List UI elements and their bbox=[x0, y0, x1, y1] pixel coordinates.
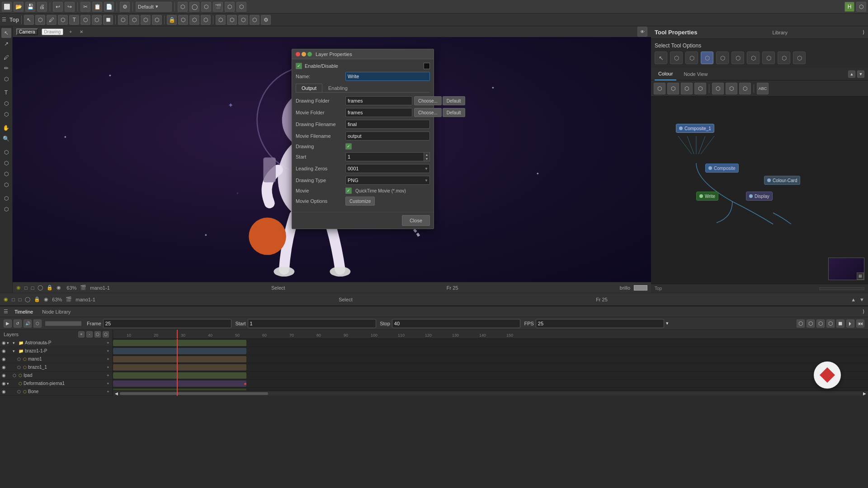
copy-btn[interactable]: 📋 bbox=[92, 2, 102, 12]
tl-play-fwd[interactable]: ⏵ bbox=[846, 319, 854, 328]
tool-option-1[interactable]: ↖ bbox=[655, 52, 667, 64]
brush2-tool-btn[interactable]: 🖊 bbox=[1, 52, 11, 62]
fps-arrow-icon[interactable]: ▾ bbox=[666, 320, 669, 326]
floating-record-button[interactable] bbox=[814, 361, 841, 389]
arrow-tool-btn[interactable]: ↖ bbox=[1, 28, 11, 38]
colour-card-node[interactable]: Colour-Card bbox=[764, 176, 800, 185]
sound-btn[interactable]: 🔊 bbox=[24, 319, 32, 328]
drawing-folder-choose-btn[interactable]: Choose... bbox=[414, 96, 442, 105]
pencil-tool-btn[interactable]: ✏ bbox=[1, 63, 11, 73]
settings2-btn[interactable]: ⚙ bbox=[261, 15, 271, 25]
node-btn-6[interactable]: ⬡ bbox=[726, 83, 737, 94]
composite-1-node[interactable]: Composite_1 bbox=[676, 124, 714, 133]
onion2-btn[interactable]: ⬡ bbox=[33, 319, 42, 328]
timeline-expand-icon[interactable]: ⟩ bbox=[863, 309, 864, 314]
quality-dropdown[interactable]: Default ▾ bbox=[136, 2, 172, 12]
color-btn[interactable]: ⬡ bbox=[238, 15, 248, 25]
magnet-btn[interactable]: ⬡ bbox=[178, 15, 188, 25]
tool-option-4[interactable]: ⬡ bbox=[701, 52, 713, 64]
node-btn-4[interactable]: ⬡ bbox=[694, 83, 706, 94]
tool-option-2[interactable]: ⬡ bbox=[670, 52, 683, 64]
text-tool[interactable]: T bbox=[69, 15, 79, 25]
drawing-folder-input[interactable] bbox=[345, 96, 412, 105]
add-view-btn[interactable]: + bbox=[67, 28, 74, 35]
node-btn-1[interactable]: ⬡ bbox=[654, 83, 665, 94]
onion-btn[interactable]: ⬡ bbox=[216, 15, 226, 25]
tool-option-5[interactable]: ⬡ bbox=[716, 52, 729, 64]
hamburger-icon[interactable]: ☰ bbox=[2, 17, 6, 23]
delete-layer-btn[interactable]: - bbox=[86, 331, 93, 338]
preview-btn[interactable]: ⬡ bbox=[236, 2, 246, 12]
rect-tool[interactable]: 🔲 bbox=[103, 15, 113, 25]
dialog-minimize-traffic[interactable] bbox=[302, 52, 306, 56]
scroll-thumb[interactable] bbox=[120, 392, 268, 395]
enable-disable-checkbox[interactable]: ✓ bbox=[296, 63, 302, 69]
tl-btn-2[interactable]: ⬡ bbox=[807, 319, 815, 328]
layer-options-btn[interactable]: ⬡ bbox=[94, 331, 101, 338]
leading-zeros-select[interactable]: 0001 001 01 1 bbox=[345, 164, 430, 173]
overlay-btn[interactable]: ⬡ bbox=[250, 15, 259, 25]
tl-btn-4[interactable]: ⬡ bbox=[826, 319, 835, 328]
new-file-btn[interactable]: ⬜ bbox=[2, 2, 12, 12]
node-btn-7[interactable]: ⬡ bbox=[739, 83, 751, 94]
frame-input[interactable] bbox=[103, 319, 232, 328]
add-child-btn-5[interactable]: + bbox=[105, 373, 111, 378]
close-view-btn[interactable]: ✕ bbox=[78, 28, 85, 35]
add-child-btn-6[interactable]: + bbox=[105, 381, 111, 386]
layer-ipad[interactable]: ◉ ⬡ ⬡ Ipad + bbox=[0, 371, 113, 380]
redo-btn[interactable]: ↪ bbox=[65, 2, 75, 12]
track-row-4[interactable] bbox=[113, 363, 868, 371]
drawing-view-tab[interactable]: Drawing bbox=[42, 28, 64, 35]
brush-tool[interactable]: 🖊 bbox=[47, 15, 57, 25]
start-down-btn[interactable]: ▼ bbox=[424, 157, 429, 161]
layer-deformation-pierna1[interactable]: ◉ ▾ ⬡ Deformation-pierna1 + bbox=[0, 380, 113, 388]
scroll-left-icon[interactable]: ◀ bbox=[115, 391, 118, 396]
start-spinner[interactable]: ▲ ▼ bbox=[424, 152, 430, 161]
bone2-tool-btn[interactable]: ⬡ bbox=[1, 158, 11, 168]
peg2-tool-btn[interactable]: ⬡ bbox=[1, 169, 11, 179]
add-child-btn-3[interactable]: + bbox=[105, 357, 111, 362]
playhead-ruler[interactable] bbox=[177, 330, 178, 338]
layer-astronauta-p[interactable]: ◉ ▾ ▾ 📁 Astronauta-P + bbox=[0, 339, 113, 347]
write-node[interactable]: Write bbox=[696, 192, 718, 201]
drawing-type-select[interactable]: PNG TGA BMP EXR bbox=[345, 176, 430, 185]
select2-tool-btn[interactable]: ↗ bbox=[1, 39, 11, 49]
hamburger2-icon[interactable]: ☰ bbox=[4, 309, 8, 314]
paint-tool[interactable]: ⬡ bbox=[80, 15, 90, 25]
snap-btn[interactable]: ⬡ bbox=[189, 15, 199, 25]
start-input[interactable] bbox=[248, 319, 377, 328]
movie-filename-input[interactable] bbox=[345, 131, 430, 141]
select-tool[interactable]: ↖ bbox=[24, 15, 34, 25]
paste-btn[interactable]: 📄 bbox=[104, 2, 114, 12]
transform-btn[interactable]: ⬡ bbox=[178, 2, 188, 12]
settings-btn[interactable]: ⚙ bbox=[120, 2, 130, 12]
pivot-tool[interactable]: ⬡ bbox=[129, 15, 139, 25]
colour-tab[interactable]: Colour bbox=[655, 68, 676, 80]
status-arrows-down[interactable]: ▼ bbox=[859, 297, 864, 302]
enabling-tab[interactable]: Enabling bbox=[322, 84, 354, 92]
collapse-arrow-6[interactable]: ▾ bbox=[7, 381, 11, 386]
dropper-tool-btn[interactable]: ⬡ bbox=[1, 109, 11, 119]
node-btn-3[interactable]: ⬡ bbox=[681, 83, 693, 94]
layer-mano1[interactable]: ◉ ⬡ ⬡ mano1 + bbox=[0, 355, 113, 363]
save-btn[interactable]: 💾 bbox=[25, 2, 35, 12]
node-btn-2[interactable]: ⬡ bbox=[667, 83, 679, 94]
script-btn[interactable]: ⬡ bbox=[856, 2, 866, 12]
tool-option-6[interactable]: ⬡ bbox=[731, 52, 744, 64]
add-child-btn-4[interactable]: + bbox=[105, 365, 111, 370]
bone-btn[interactable]: ⬡ bbox=[201, 2, 211, 12]
hand-tool-btn[interactable]: ✋ bbox=[1, 123, 11, 133]
camera2-tool-btn[interactable]: ⬡ bbox=[1, 204, 11, 214]
name-input[interactable] bbox=[345, 72, 430, 81]
timeline-scrollbar[interactable]: ◀ ▶ bbox=[113, 390, 868, 396]
add-child-btn-1[interactable]: + bbox=[105, 340, 111, 346]
loop-btn[interactable]: ↺ bbox=[14, 319, 22, 328]
output-tab[interactable]: Output bbox=[296, 84, 322, 92]
deform-tool-btn[interactable]: ⬡ bbox=[1, 180, 11, 190]
tool-option-9[interactable]: ⬡ bbox=[778, 52, 790, 64]
dialog-close-btn[interactable]: Close bbox=[402, 215, 430, 226]
collapse-arrow-3[interactable]: ▾ bbox=[13, 349, 17, 353]
node-btn-5[interactable]: ⬡ bbox=[712, 83, 724, 94]
dialog-maximize-traffic[interactable] bbox=[307, 52, 312, 56]
open-file-btn[interactable]: 📂 bbox=[14, 2, 24, 12]
